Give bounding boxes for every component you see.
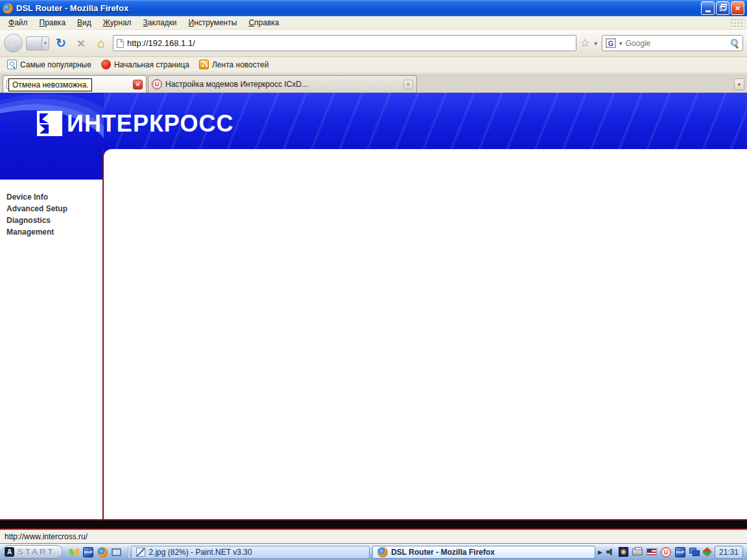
router-page: ИНТЕРКРОСС Device Info Advanced Setup Di… xyxy=(0,93,747,530)
task-title: DSL Router - Mozilla Firefox xyxy=(391,548,495,557)
taskbar: A START KHP 2.jpg (82%) - Paint.NET v3.3… xyxy=(0,543,747,560)
red-separator xyxy=(102,149,104,519)
menu-bar: Файл Правка Вид Журнал Закладки Инструме… xyxy=(0,16,747,30)
task-title: 2.jpg (82%) - Paint.NET v3.30 xyxy=(148,548,252,557)
keyboard-layout-flag-icon[interactable] xyxy=(646,548,657,555)
firefox-task-icon xyxy=(377,547,388,557)
rss-feed-icon xyxy=(199,60,209,69)
show-desktop-icon[interactable] xyxy=(112,548,121,556)
restore-button[interactable] xyxy=(716,1,729,15)
close-button[interactable]: × xyxy=(731,1,744,15)
search-bar[interactable]: G ▾ xyxy=(602,35,743,51)
task-paintnet[interactable]: 2.jpg (82%) - Paint.NET v3.30 xyxy=(131,546,370,559)
forward-button[interactable]: → xyxy=(26,36,42,51)
paintnet-icon xyxy=(136,548,145,557)
bookmark-news-feed[interactable]: Лента новостей xyxy=(196,60,272,69)
sidebar-item-diagnostics[interactable]: Diagnostics xyxy=(6,215,102,226)
url-input[interactable] xyxy=(127,38,573,48)
network-connection-icon[interactable] xyxy=(689,548,700,556)
brand-logo: ИНТЕРКРОСС xyxy=(37,111,233,136)
volume-icon[interactable] xyxy=(606,548,615,556)
tab-list-dropdown-button[interactable]: ▾ xyxy=(734,78,744,90)
red-u-tray-icon[interactable]: U xyxy=(661,547,671,557)
tab-close-button[interactable]: × xyxy=(133,80,143,89)
diamond-utility-icon[interactable] xyxy=(702,547,713,557)
logo-text: ИНТЕРКРОСС xyxy=(67,112,233,135)
bookmarks-toolbar: Самые популярные Начальная страница Лент… xyxy=(0,57,747,73)
stop-button[interactable]: × xyxy=(73,35,89,52)
history-dropdown-button[interactable]: ▾ xyxy=(42,36,49,51)
menu-view[interactable]: Вид xyxy=(71,17,97,29)
menu-tools[interactable]: Инструменты xyxy=(183,17,243,29)
red-u-favicon-icon: U xyxy=(152,79,162,89)
taskbar-clock: 21:31 xyxy=(715,546,743,559)
minimize-icon xyxy=(706,10,711,12)
search-input[interactable] xyxy=(626,39,728,48)
menu-bookmarks[interactable]: Закладки xyxy=(137,17,183,29)
intercross-logo-icon xyxy=(37,111,62,136)
minimize-button[interactable] xyxy=(701,1,715,15)
page-favicon-icon xyxy=(117,39,124,48)
wireless-signal-icon[interactable] xyxy=(619,547,628,557)
tooltip: Отмена невозможна. xyxy=(8,78,92,91)
window-title: DSL Router - Mozilla Firefox xyxy=(16,3,701,13)
page-footer-bar xyxy=(0,519,747,530)
bookmark-label: Начальная страница xyxy=(114,60,189,69)
system-tray: ▶ U KHP 21:31 xyxy=(598,546,745,559)
sidebar-item-device-info[interactable]: Device Info xyxy=(6,191,102,203)
throbber-grip xyxy=(730,18,744,27)
tab-intercross-forum[interactable]: U Настройка модемов Интеркросс ICxD... × xyxy=(148,75,417,93)
navigation-toolbar: ← → ▾ ↻ × ⌂ ☆ ▾ G ▾ xyxy=(0,30,747,57)
tab-title: Настройка модемов Интеркросс ICxD... xyxy=(165,80,400,89)
window-titlebar[interactable]: DSL Router - Mozilla Firefox × xyxy=(0,0,747,16)
back-button[interactable]: ← xyxy=(4,34,23,52)
firefox-launcher-icon[interactable] xyxy=(97,547,108,557)
bookmark-star-dropdown[interactable]: ▾ xyxy=(593,40,599,47)
tab-bar: DSL Rout... × U Настройка модемов Интерк… xyxy=(0,73,747,93)
search-engine-dropdown[interactable]: ▾ xyxy=(618,40,624,47)
menu-help[interactable]: Справка xyxy=(243,17,285,29)
menu-file[interactable]: Файл xyxy=(3,17,34,29)
taskbar-separator xyxy=(128,546,128,558)
url-bar[interactable] xyxy=(113,35,576,51)
home-button[interactable]: ⌂ xyxy=(93,35,110,52)
sidebar-menu: Device Info Advanced Setup Diagnostics M… xyxy=(0,180,102,519)
firefox-icon xyxy=(3,3,13,14)
most-popular-icon xyxy=(7,60,17,69)
menu-history[interactable]: Журнал xyxy=(97,17,137,29)
status-bar: http://www.intercross.ru/ xyxy=(0,530,747,543)
google-engine-icon[interactable]: G xyxy=(606,38,616,48)
start-label: START xyxy=(18,547,54,557)
tray-expand-icon[interactable]: ▶ xyxy=(598,549,602,555)
desktop-screen: DSL Router - Mozilla Firefox × Файл Прав… xyxy=(0,0,747,560)
khp-tray-icon[interactable]: KHP xyxy=(675,547,685,557)
printer-icon[interactable] xyxy=(632,548,643,555)
bookmark-start-page[interactable]: Начальная страница xyxy=(99,60,192,69)
start-logo-icon: A xyxy=(5,547,14,557)
menu-edit[interactable]: Правка xyxy=(34,17,72,29)
bookmark-label: Самые популярные xyxy=(20,60,91,69)
forward-group: → ▾ xyxy=(26,36,49,51)
khp-app-icon[interactable]: KHP xyxy=(83,547,93,557)
window-controls: × xyxy=(701,1,744,15)
content-panel xyxy=(104,149,747,519)
msn-butterfly-icon[interactable] xyxy=(69,548,79,557)
status-link-text: http://www.intercross.ru/ xyxy=(5,532,88,541)
search-icon[interactable] xyxy=(729,38,739,48)
tab-close-button-disabled[interactable]: × xyxy=(403,80,413,89)
sidebar-item-management[interactable]: Management xyxy=(6,226,102,238)
sidebar-item-advanced-setup[interactable]: Advanced Setup xyxy=(6,203,102,215)
task-firefox[interactable]: DSL Router - Mozilla Firefox xyxy=(372,546,595,559)
start-button[interactable]: A START xyxy=(2,545,63,559)
quick-launch: KHP xyxy=(65,547,125,557)
restore-icon xyxy=(720,6,726,11)
reload-button[interactable]: ↻ xyxy=(53,35,69,52)
bookmark-label: Лента новостей xyxy=(212,60,269,69)
firefox-start-icon xyxy=(101,60,111,69)
bookmark-star-icon[interactable]: ☆ xyxy=(580,36,589,50)
bookmark-most-popular[interactable]: Самые популярные xyxy=(5,60,94,69)
